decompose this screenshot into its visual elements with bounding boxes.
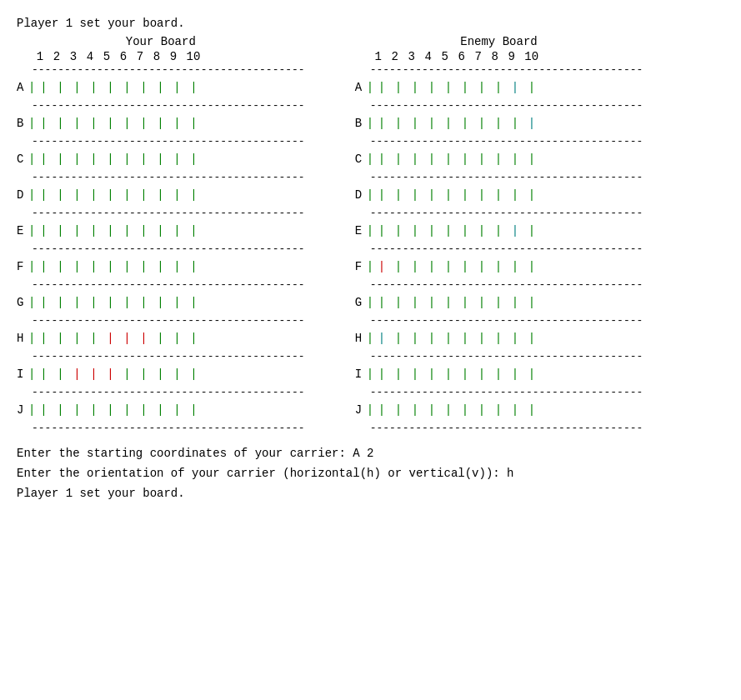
cell-D-5: | <box>440 188 457 202</box>
row-label-E: E <box>355 224 367 238</box>
cell-D-3: | <box>407 188 423 202</box>
row-label-G: G <box>355 296 367 309</box>
cell-F-3: | <box>68 260 85 273</box>
board-row: J||||||||||| <box>17 398 305 422</box>
cell-B-1: | <box>35 117 52 130</box>
col-num-5: 5 <box>437 50 453 63</box>
board-row: D||||||||||| <box>17 183 305 207</box>
row-border-pipe: | <box>367 260 373 273</box>
divider-line: ----------------------------------------… <box>370 350 643 362</box>
cell-F-7: | <box>135 260 152 273</box>
cell-J-5: | <box>102 403 118 417</box>
board-row: F||||||||||| <box>17 255 305 278</box>
cell-J-5: | <box>440 403 457 417</box>
cell-E-7: | <box>473 224 490 238</box>
cell-E-7: | <box>135 224 152 238</box>
row-label-I: I <box>17 368 28 381</box>
board-row: D||||||||||| <box>355 183 643 207</box>
cell-D-9: | <box>507 188 523 202</box>
col-num-7: 7 <box>132 50 148 63</box>
cell-F-9: | <box>507 260 523 273</box>
col-num-1: 1 <box>370 50 387 63</box>
cell-C-3: | <box>68 152 85 166</box>
cell-H-8: | <box>152 332 168 345</box>
divider-line: ----------------------------------------… <box>370 171 643 183</box>
cell-F-10: | <box>523 260 540 273</box>
cell-A-3: | <box>68 81 85 94</box>
cell-D-6: | <box>118 188 135 202</box>
divider-line: ----------------------------------------… <box>370 63 643 76</box>
cell-A-8: | <box>152 81 168 94</box>
cell-G-4: | <box>85 296 102 309</box>
divider-line: ----------------------------------------… <box>370 207 643 219</box>
your-board-section: Your Board 12345678910 -----------------… <box>17 35 305 434</box>
cell-B-2: | <box>390 117 407 130</box>
divider-line: ----------------------------------------… <box>370 278 643 291</box>
cell-B-8: | <box>490 117 507 130</box>
divider-line: ----------------------------------------… <box>32 242 305 255</box>
bottom-messages: Enter the starting coordinates of your c… <box>17 444 724 503</box>
divider-line: ----------------------------------------… <box>32 171 305 183</box>
row-label-E: E <box>17 224 28 238</box>
row-label-D: D <box>17 188 28 202</box>
row-border-pipe: | <box>28 188 35 202</box>
cell-G-6: | <box>118 296 135 309</box>
cell-B-3: | <box>407 117 423 130</box>
row-border-pipe: | <box>367 188 373 202</box>
cell-D-7: | <box>473 188 490 202</box>
cell-A-10: | <box>185 81 202 94</box>
top-message: Player 1 set your board. <box>17 17 724 30</box>
cell-F-8: | <box>490 260 507 273</box>
cell-B-8: | <box>152 117 168 130</box>
cell-H-10: | <box>185 332 202 345</box>
cell-I-1: | <box>35 368 52 381</box>
bottom-message-1: Enter the orientation of your carrier (h… <box>17 464 724 484</box>
divider-line: ----------------------------------------… <box>32 99 305 112</box>
cell-H-2: | <box>390 332 407 345</box>
cell-F-2: | <box>390 260 407 273</box>
cell-J-10: | <box>185 403 202 417</box>
cell-F-5: | <box>440 260 457 273</box>
cell-J-6: | <box>457 403 473 417</box>
cell-G-3: | <box>68 296 85 309</box>
enemy-board-col-numbers: 12345678910 <box>370 50 643 63</box>
cell-D-4: | <box>423 188 440 202</box>
divider-line: ----------------------------------------… <box>32 278 305 291</box>
row-border-pipe: | <box>367 81 373 94</box>
row-border-pipe: | <box>367 152 373 166</box>
cell-I-1: | <box>373 368 390 381</box>
row-label-G: G <box>17 296 28 309</box>
cell-I-2: | <box>390 368 407 381</box>
divider-line: ----------------------------------------… <box>32 314 305 327</box>
board-row: G||||||||||| <box>355 291 643 314</box>
row-label-F: F <box>355 260 367 273</box>
cell-G-5: | <box>102 296 118 309</box>
cell-C-9: | <box>168 152 185 166</box>
board-row: J||||||||||| <box>355 398 643 422</box>
cell-H-4: | <box>85 332 102 345</box>
row-label-C: C <box>355 152 367 166</box>
row-border-pipe: | <box>367 224 373 238</box>
enemy-board-section: Enemy Board 12345678910 ----------------… <box>355 35 643 434</box>
cell-I-7: | <box>473 368 490 381</box>
cell-C-8: | <box>152 152 168 166</box>
board-row: C||||||||||| <box>17 148 305 171</box>
boards-container: Your Board 12345678910 -----------------… <box>17 35 724 434</box>
your-board-col-numbers: 12345678910 <box>32 50 305 63</box>
cell-A-1: | <box>35 81 52 94</box>
cell-C-9: | <box>507 152 523 166</box>
row-label-J: J <box>355 403 367 417</box>
cell-D-9: | <box>168 188 185 202</box>
bottom-message-2: Player 1 set your board. <box>17 484 724 504</box>
cell-C-7: | <box>473 152 490 166</box>
cell-C-6: | <box>118 152 135 166</box>
cell-E-6: | <box>457 224 473 238</box>
cell-A-10: | <box>523 81 540 94</box>
cell-F-1: | <box>373 260 390 273</box>
cell-B-9: | <box>168 117 185 130</box>
cell-F-9: | <box>168 260 185 273</box>
cell-F-5: | <box>102 260 118 273</box>
cell-D-1: | <box>373 188 390 202</box>
cell-I-10: | <box>185 368 202 381</box>
divider-line: ----------------------------------------… <box>370 314 643 327</box>
